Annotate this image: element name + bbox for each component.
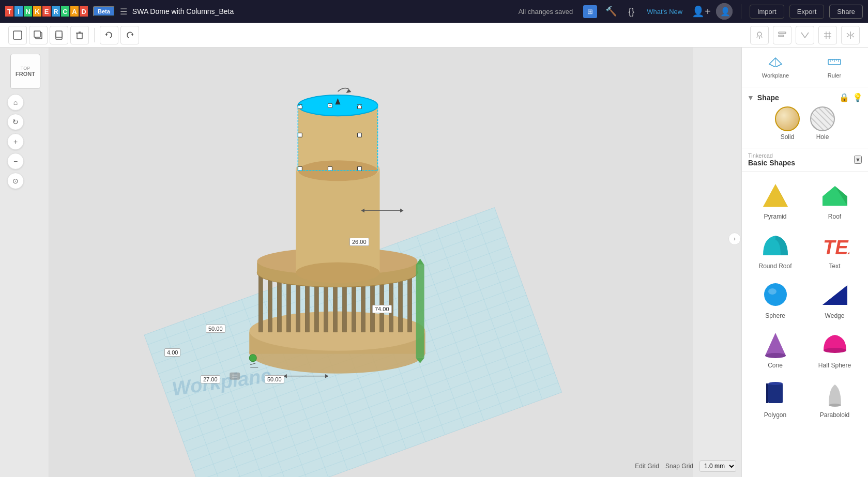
view-cube-front: FRONT <box>16 71 35 77</box>
export-button[interactable]: Export <box>789 5 825 19</box>
half-sphere-label: Half Sphere <box>818 362 851 369</box>
beta-badge[interactable]: Beta <box>93 6 115 17</box>
import-button[interactable]: Import <box>750 5 784 19</box>
shape-header: ▼ Shape 🔒 💡 <box>747 93 863 102</box>
logo-d: D <box>80 6 88 17</box>
orbit-button[interactable]: ↻ <box>7 114 24 130</box>
user-button[interactable]: 👤+ <box>692 5 711 18</box>
library-source: Tinkercad <box>748 152 795 159</box>
sphere-icon <box>760 279 791 310</box>
library-name: Basic Shapes <box>748 159 795 167</box>
svg-rect-6 <box>56 31 62 37</box>
fit-button[interactable]: ⊙ <box>7 173 24 189</box>
lock-icon[interactable]: 🔒 <box>839 93 849 102</box>
svg-line-14 <box>757 36 757 38</box>
library-header: Tinkercad Basic Shapes ▼ <box>742 148 868 172</box>
svg-rect-80 <box>408 278 412 332</box>
mirror-button[interactable] <box>841 26 860 44</box>
shapes-grid: Pyramid Roof Round Roof <box>742 172 868 427</box>
shape-item-paraboloid[interactable]: Paraboloid <box>805 374 864 423</box>
shape-item-round-roof[interactable]: Round Roof <box>746 225 804 274</box>
toolbar <box>0 23 868 48</box>
logo-n: N <box>24 6 32 17</box>
pyramid-icon <box>760 180 791 211</box>
library-dropdown-button[interactable]: ▼ <box>854 156 862 164</box>
duplicate-button[interactable] <box>50 26 68 44</box>
dimension-50-left: 50.00 <box>206 325 225 333</box>
shape-item-text[interactable]: TEXT Text <box>805 225 864 274</box>
code-button[interactable]: {} <box>625 4 637 19</box>
light-button[interactable] <box>750 26 769 44</box>
document-title: SWA Dome with Columns_Beta <box>132 7 513 16</box>
shape-library: Pyramid Roof Round Roof <box>742 172 868 477</box>
lightbulb-icon[interactable]: 💡 <box>852 93 863 102</box>
redo-button[interactable] <box>120 26 139 44</box>
grid-button[interactable] <box>818 26 837 44</box>
right-panel: Workplane Ruler ▼ Shape 🔒 💡 Soli <box>741 48 868 477</box>
svg-rect-94 <box>357 133 361 137</box>
view-cube[interactable]: TOP FRONT <box>10 54 40 89</box>
svg-point-88 <box>298 95 377 116</box>
svg-point-130 <box>768 288 776 295</box>
tools-button[interactable]: 🔨 <box>602 4 620 19</box>
edit-grid-button[interactable]: Edit Grid <box>635 463 659 470</box>
delete-button[interactable] <box>70 26 89 44</box>
logo-t: T <box>5 6 13 17</box>
new-button[interactable] <box>8 26 27 44</box>
svg-point-110 <box>249 355 256 362</box>
hole-type[interactable]: Hole <box>810 106 835 141</box>
wedge-icon <box>819 279 850 310</box>
panel-toggle-button[interactable]: › <box>728 233 741 245</box>
zoom-out-button[interactable]: − <box>7 153 24 170</box>
svg-point-86 <box>296 263 379 283</box>
pyramid-label: Pyramid <box>764 213 786 220</box>
svg-marker-132 <box>823 285 847 305</box>
align-button[interactable] <box>773 26 791 44</box>
shape-item-wedge[interactable]: Wedge <box>805 275 864 324</box>
zoom-in-button[interactable]: + <box>7 133 24 150</box>
shape-item-cone[interactable]: Cone <box>746 325 804 373</box>
svg-rect-137 <box>766 383 768 403</box>
svg-rect-64 <box>258 270 263 332</box>
roof-icon <box>819 180 850 211</box>
whats-new-button[interactable]: What's New <box>643 6 687 18</box>
shape-item-half-sphere[interactable]: Half Sphere <box>805 325 864 373</box>
avatar[interactable]: 👤 <box>716 3 733 20</box>
shape-item-sphere[interactable]: Sphere <box>746 275 804 324</box>
shape-item-roof[interactable]: Roof <box>805 176 864 224</box>
svg-line-15 <box>762 36 762 38</box>
logo-a: A <box>70 6 79 17</box>
undo-button[interactable] <box>100 26 118 44</box>
shape-item-pyramid[interactable]: Pyramid <box>746 176 804 224</box>
share-button[interactable]: Share <box>829 5 863 19</box>
copy-button[interactable] <box>29 26 48 44</box>
canvas-area[interactable]: TOP FRONT ⌂ ↻ + − ⊙ <box>0 48 741 477</box>
svg-rect-90 <box>298 104 302 109</box>
workplane-label: Workplane <box>762 72 789 79</box>
solid-type[interactable]: Solid <box>775 106 800 141</box>
svg-rect-7 <box>77 33 82 39</box>
solid-circle <box>775 106 800 131</box>
ruler-button[interactable]: Ruler <box>805 52 864 83</box>
logo-e2: E <box>42 6 51 17</box>
grid-view-button[interactable]: ⊞ <box>583 5 597 18</box>
dimension-50-bottom: 50.00 <box>265 375 284 383</box>
svg-text:👤: 👤 <box>720 7 730 17</box>
ruler-label: Ruler <box>828 72 841 79</box>
snap-grid-label: Snap Grid <box>665 463 693 470</box>
save-status: All changes saved <box>519 8 573 16</box>
svg-point-12 <box>757 32 762 36</box>
hole-circle <box>810 106 835 131</box>
svg-rect-17 <box>779 35 784 37</box>
paraboloid-icon <box>819 378 850 409</box>
shape-item-polygon[interactable]: Polygon <box>746 374 804 423</box>
sphere-label: Sphere <box>765 312 785 319</box>
logo-k: K <box>33 6 41 17</box>
shape-panel: ▼ Shape 🔒 💡 Solid Hole <box>742 87 868 148</box>
home-view-button[interactable]: ⌂ <box>7 94 24 111</box>
snap-grid-select[interactable]: 1.0 mm 0.5 mm 2.0 mm <box>699 460 736 472</box>
flip-button[interactable] <box>796 26 814 44</box>
workplane-button[interactable]: Workplane <box>746 52 805 83</box>
shape-collapse-icon[interactable]: ▼ <box>747 94 754 102</box>
document-icon: ☰ <box>120 7 127 17</box>
